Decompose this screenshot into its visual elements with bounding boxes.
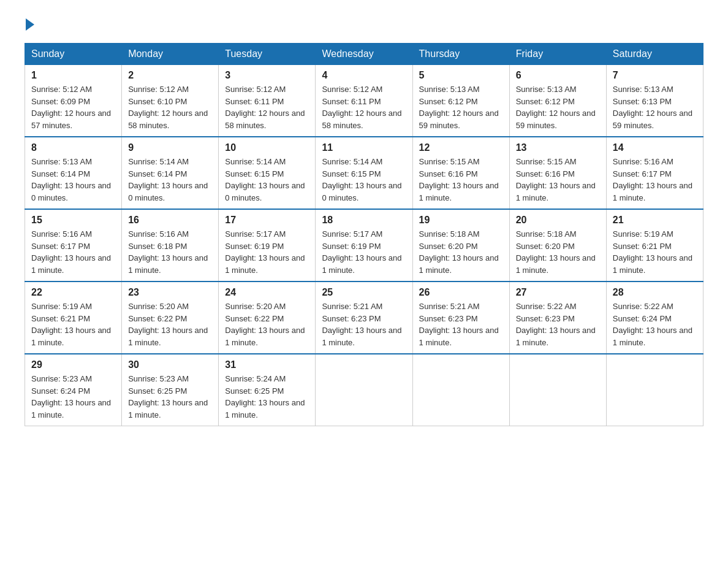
calendar-cell: 11 Sunrise: 5:14 AMSunset: 6:15 PMDaylig… [316, 137, 412, 209]
weekday-header-tuesday: Tuesday [219, 44, 316, 65]
calendar-cell: 7 Sunrise: 5:13 AMSunset: 6:13 PMDayligh… [606, 65, 703, 137]
day-info: Sunrise: 5:20 AMSunset: 6:22 PMDaylight:… [128, 301, 212, 348]
day-info: Sunrise: 5:23 AMSunset: 6:24 PMDaylight:… [31, 373, 115, 421]
day-number: 7 [613, 70, 697, 81]
day-number: 15 [31, 215, 115, 226]
calendar-cell: 12 Sunrise: 5:15 AMSunset: 6:16 PMDaylig… [412, 137, 509, 209]
calendar-table: SundayMondayTuesdayWednesdayThursdayFrid… [25, 43, 703, 426]
day-info: Sunrise: 5:20 AMSunset: 6:22 PMDaylight:… [225, 301, 309, 348]
calendar-cell: 4 Sunrise: 5:12 AMSunset: 6:11 PMDayligh… [316, 65, 412, 137]
calendar-cell: 25 Sunrise: 5:21 AMSunset: 6:23 PMDaylig… [316, 282, 412, 354]
week-row-2: 8 Sunrise: 5:13 AMSunset: 6:14 PMDayligh… [25, 137, 703, 209]
day-number: 10 [225, 142, 309, 153]
day-info: Sunrise: 5:18 AMSunset: 6:20 PMDaylight:… [516, 228, 600, 276]
calendar-cell: 24 Sunrise: 5:20 AMSunset: 6:22 PMDaylig… [219, 282, 316, 354]
day-number: 1 [31, 70, 115, 81]
calendar-cell: 21 Sunrise: 5:19 AMSunset: 6:21 PMDaylig… [606, 209, 703, 282]
day-info: Sunrise: 5:23 AMSunset: 6:25 PMDaylight:… [128, 373, 212, 421]
calendar-cell [316, 354, 412, 426]
day-info: Sunrise: 5:12 AMSunset: 6:11 PMDaylight:… [225, 83, 309, 131]
weekday-header-sunday: Sunday [25, 44, 122, 65]
calendar-cell: 31 Sunrise: 5:24 AMSunset: 6:25 PMDaylig… [219, 354, 316, 426]
day-info: Sunrise: 5:18 AMSunset: 6:20 PMDaylight:… [419, 228, 503, 276]
day-info: Sunrise: 5:13 AMSunset: 6:13 PMDaylight:… [613, 83, 697, 131]
page-header [25, 18, 703, 31]
day-info: Sunrise: 5:13 AMSunset: 6:12 PMDaylight:… [419, 83, 503, 131]
calendar-cell: 22 Sunrise: 5:19 AMSunset: 6:21 PMDaylig… [25, 282, 122, 354]
day-info: Sunrise: 5:16 AMSunset: 6:17 PMDaylight:… [31, 228, 115, 276]
day-number: 12 [419, 142, 503, 153]
calendar-cell: 20 Sunrise: 5:18 AMSunset: 6:20 PMDaylig… [509, 209, 606, 282]
day-number: 21 [613, 215, 697, 226]
calendar-cell: 26 Sunrise: 5:21 AMSunset: 6:23 PMDaylig… [412, 282, 509, 354]
day-number: 18 [322, 215, 406, 226]
day-number: 28 [613, 287, 697, 298]
calendar-cell: 2 Sunrise: 5:12 AMSunset: 6:10 PMDayligh… [122, 65, 219, 137]
day-number: 13 [516, 142, 600, 153]
day-info: Sunrise: 5:14 AMSunset: 6:15 PMDaylight:… [225, 156, 309, 204]
calendar-cell: 29 Sunrise: 5:23 AMSunset: 6:24 PMDaylig… [25, 354, 122, 426]
weekday-header-friday: Friday [509, 44, 606, 65]
day-info: Sunrise: 5:13 AMSunset: 6:14 PMDaylight:… [31, 156, 115, 204]
day-info: Sunrise: 5:22 AMSunset: 6:24 PMDaylight:… [613, 301, 697, 348]
weekday-header-row: SundayMondayTuesdayWednesdayThursdayFrid… [25, 44, 703, 65]
day-number: 5 [419, 70, 503, 81]
calendar-cell: 18 Sunrise: 5:17 AMSunset: 6:19 PMDaylig… [316, 209, 412, 282]
logo-arrow-icon [26, 18, 34, 31]
calendar-cell: 8 Sunrise: 5:13 AMSunset: 6:14 PMDayligh… [25, 137, 122, 209]
day-info: Sunrise: 5:16 AMSunset: 6:18 PMDaylight:… [128, 228, 212, 276]
calendar-cell: 15 Sunrise: 5:16 AMSunset: 6:17 PMDaylig… [25, 209, 122, 282]
calendar-cell: 3 Sunrise: 5:12 AMSunset: 6:11 PMDayligh… [219, 65, 316, 137]
day-number: 9 [128, 142, 212, 153]
day-info: Sunrise: 5:12 AMSunset: 6:11 PMDaylight:… [322, 83, 406, 131]
calendar-cell: 17 Sunrise: 5:17 AMSunset: 6:19 PMDaylig… [219, 209, 316, 282]
day-number: 23 [128, 287, 212, 298]
logo [25, 18, 36, 31]
calendar-cell: 13 Sunrise: 5:15 AMSunset: 6:16 PMDaylig… [509, 137, 606, 209]
calendar-cell [509, 354, 606, 426]
day-number: 22 [31, 287, 115, 298]
day-number: 11 [322, 142, 406, 153]
calendar-cell: 27 Sunrise: 5:22 AMSunset: 6:23 PMDaylig… [509, 282, 606, 354]
calendar-cell: 5 Sunrise: 5:13 AMSunset: 6:12 PMDayligh… [412, 65, 509, 137]
day-info: Sunrise: 5:19 AMSunset: 6:21 PMDaylight:… [31, 301, 115, 348]
day-number: 19 [419, 215, 503, 226]
day-info: Sunrise: 5:14 AMSunset: 6:15 PMDaylight:… [322, 156, 406, 204]
calendar-cell: 6 Sunrise: 5:13 AMSunset: 6:12 PMDayligh… [509, 65, 606, 137]
week-row-1: 1 Sunrise: 5:12 AMSunset: 6:09 PMDayligh… [25, 65, 703, 137]
day-number: 4 [322, 70, 406, 81]
day-number: 2 [128, 70, 212, 81]
day-info: Sunrise: 5:17 AMSunset: 6:19 PMDaylight:… [225, 228, 309, 276]
day-number: 14 [613, 142, 697, 153]
calendar-cell: 10 Sunrise: 5:14 AMSunset: 6:15 PMDaylig… [219, 137, 316, 209]
week-row-3: 15 Sunrise: 5:16 AMSunset: 6:17 PMDaylig… [25, 209, 703, 282]
day-info: Sunrise: 5:12 AMSunset: 6:09 PMDaylight:… [31, 83, 115, 131]
calendar-cell: 23 Sunrise: 5:20 AMSunset: 6:22 PMDaylig… [122, 282, 219, 354]
day-number: 31 [225, 359, 309, 370]
day-info: Sunrise: 5:24 AMSunset: 6:25 PMDaylight:… [225, 373, 309, 421]
day-info: Sunrise: 5:17 AMSunset: 6:19 PMDaylight:… [322, 228, 406, 276]
day-number: 8 [31, 142, 115, 153]
day-number: 17 [225, 215, 309, 226]
calendar-cell: 30 Sunrise: 5:23 AMSunset: 6:25 PMDaylig… [122, 354, 219, 426]
day-number: 24 [225, 287, 309, 298]
day-info: Sunrise: 5:13 AMSunset: 6:12 PMDaylight:… [516, 83, 600, 131]
day-number: 3 [225, 70, 309, 81]
calendar-cell: 19 Sunrise: 5:18 AMSunset: 6:20 PMDaylig… [412, 209, 509, 282]
day-info: Sunrise: 5:21 AMSunset: 6:23 PMDaylight:… [419, 301, 503, 348]
week-row-4: 22 Sunrise: 5:19 AMSunset: 6:21 PMDaylig… [25, 282, 703, 354]
day-info: Sunrise: 5:16 AMSunset: 6:17 PMDaylight:… [613, 156, 697, 204]
day-info: Sunrise: 5:19 AMSunset: 6:21 PMDaylight:… [613, 228, 697, 276]
weekday-header-thursday: Thursday [412, 44, 509, 65]
day-number: 20 [516, 215, 600, 226]
calendar-cell: 1 Sunrise: 5:12 AMSunset: 6:09 PMDayligh… [25, 65, 122, 137]
calendar-cell: 28 Sunrise: 5:22 AMSunset: 6:24 PMDaylig… [606, 282, 703, 354]
day-info: Sunrise: 5:22 AMSunset: 6:23 PMDaylight:… [516, 301, 600, 348]
day-number: 29 [31, 359, 115, 370]
day-number: 27 [516, 287, 600, 298]
day-info: Sunrise: 5:14 AMSunset: 6:14 PMDaylight:… [128, 156, 212, 204]
day-info: Sunrise: 5:15 AMSunset: 6:16 PMDaylight:… [516, 156, 600, 204]
day-number: 16 [128, 215, 212, 226]
calendar-cell: 14 Sunrise: 5:16 AMSunset: 6:17 PMDaylig… [606, 137, 703, 209]
weekday-header-monday: Monday [122, 44, 219, 65]
